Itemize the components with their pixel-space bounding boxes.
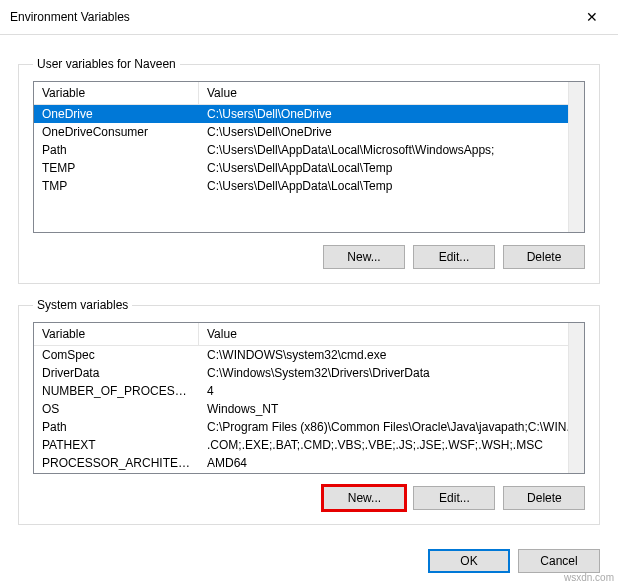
dialog-content: User variables for Naveen Variable Value…	[0, 35, 618, 535]
system-new-button[interactable]: New...	[323, 486, 405, 510]
system-buttons: New... Edit... Delete	[33, 486, 585, 510]
cell-variable: TMP	[34, 177, 199, 195]
cell-variable: PATHEXT	[34, 436, 199, 454]
table-row[interactable]: PROCESSOR_ARCHITECTUREAMD64	[34, 454, 584, 472]
watermark: wsxdn.com	[564, 572, 614, 583]
table-row[interactable]: PathC:\Users\Dell\AppData\Local\Microsof…	[34, 141, 584, 159]
system-edit-button[interactable]: Edit...	[413, 486, 495, 510]
cell-value: C:\Users\Dell\AppData\Local\Temp	[199, 177, 584, 195]
titlebar[interactable]: Environment Variables ✕	[0, 0, 618, 35]
table-row[interactable]: OneDriveC:\Users\Dell\OneDrive	[34, 105, 584, 123]
cell-value: C:\Users\Dell\OneDrive	[199, 123, 584, 141]
cell-variable: Path	[34, 418, 199, 436]
cell-variable: NUMBER_OF_PROCESSORS	[34, 382, 199, 400]
table-row[interactable]: PathC:\Program Files (x86)\Common Files\…	[34, 418, 584, 436]
scrollbar[interactable]	[568, 323, 584, 473]
cell-value: C:\Program Files (x86)\Common Files\Orac…	[199, 418, 584, 436]
close-icon[interactable]: ✕	[574, 6, 610, 28]
user-new-button[interactable]: New...	[323, 245, 405, 269]
table-row[interactable]: TMPC:\Users\Dell\AppData\Local\Temp	[34, 177, 584, 195]
cell-value: C:\Windows\System32\Drivers\DriverData	[199, 364, 584, 382]
user-variables-legend: User variables for Naveen	[33, 57, 180, 71]
cell-variable: ComSpec	[34, 346, 199, 364]
user-variables-table[interactable]: Variable Value OneDriveC:\Users\Dell\One…	[33, 81, 585, 233]
cell-value: C:\WINDOWS\system32\cmd.exe	[199, 346, 584, 364]
table-row[interactable]: PATHEXT.COM;.EXE;.BAT;.CMD;.VBS;.VBE;.JS…	[34, 436, 584, 454]
table-row[interactable]: ComSpecC:\WINDOWS\system32\cmd.exe	[34, 346, 584, 364]
system-variables-legend: System variables	[33, 298, 132, 312]
window-title: Environment Variables	[10, 10, 130, 24]
cell-variable: TEMP	[34, 159, 199, 177]
table-row[interactable]: OneDriveConsumerC:\Users\Dell\OneDrive	[34, 123, 584, 141]
user-variables-group: User variables for Naveen Variable Value…	[18, 57, 600, 284]
cell-variable: PROCESSOR_ARCHITECTURE	[34, 454, 199, 472]
cell-value: AMD64	[199, 454, 584, 472]
cell-variable: OS	[34, 400, 199, 418]
cell-value: .COM;.EXE;.BAT;.CMD;.VBS;.VBE;.JS;.JSE;.…	[199, 436, 584, 454]
system-delete-button[interactable]: Delete	[503, 486, 585, 510]
table-header: Variable Value	[34, 82, 584, 105]
ok-button[interactable]: OK	[428, 549, 510, 573]
user-delete-button[interactable]: Delete	[503, 245, 585, 269]
cell-variable: OneDrive	[34, 105, 199, 123]
col-variable[interactable]: Variable	[34, 323, 199, 345]
user-edit-button[interactable]: Edit...	[413, 245, 495, 269]
cell-value: Windows_NT	[199, 400, 584, 418]
cell-value: C:\Users\Dell\AppData\Local\Temp	[199, 159, 584, 177]
table-row[interactable]: OSWindows_NT	[34, 400, 584, 418]
user-buttons: New... Edit... Delete	[33, 245, 585, 269]
system-variables-group: System variables Variable Value ComSpecC…	[18, 298, 600, 525]
col-value[interactable]: Value	[199, 323, 584, 345]
col-value[interactable]: Value	[199, 82, 584, 104]
system-table-body: ComSpecC:\WINDOWS\system32\cmd.exeDriver…	[34, 346, 584, 472]
cell-value: C:\Users\Dell\AppData\Local\Microsoft\Wi…	[199, 141, 584, 159]
table-row[interactable]: TEMPC:\Users\Dell\AppData\Local\Temp	[34, 159, 584, 177]
col-variable[interactable]: Variable	[34, 82, 199, 104]
cell-variable: OneDriveConsumer	[34, 123, 199, 141]
table-row[interactable]: NUMBER_OF_PROCESSORS4	[34, 382, 584, 400]
cell-value: C:\Users\Dell\OneDrive	[199, 105, 584, 123]
user-table-body: OneDriveC:\Users\Dell\OneDriveOneDriveCo…	[34, 105, 584, 231]
cell-variable: Path	[34, 141, 199, 159]
cell-variable: DriverData	[34, 364, 199, 382]
system-variables-table[interactable]: Variable Value ComSpecC:\WINDOWS\system3…	[33, 322, 585, 474]
table-header: Variable Value	[34, 323, 584, 346]
cell-value: 4	[199, 382, 584, 400]
scrollbar[interactable]	[568, 82, 584, 232]
dialog-buttons: OK Cancel	[0, 535, 618, 573]
cancel-button[interactable]: Cancel	[518, 549, 600, 573]
table-row[interactable]: DriverDataC:\Windows\System32\Drivers\Dr…	[34, 364, 584, 382]
